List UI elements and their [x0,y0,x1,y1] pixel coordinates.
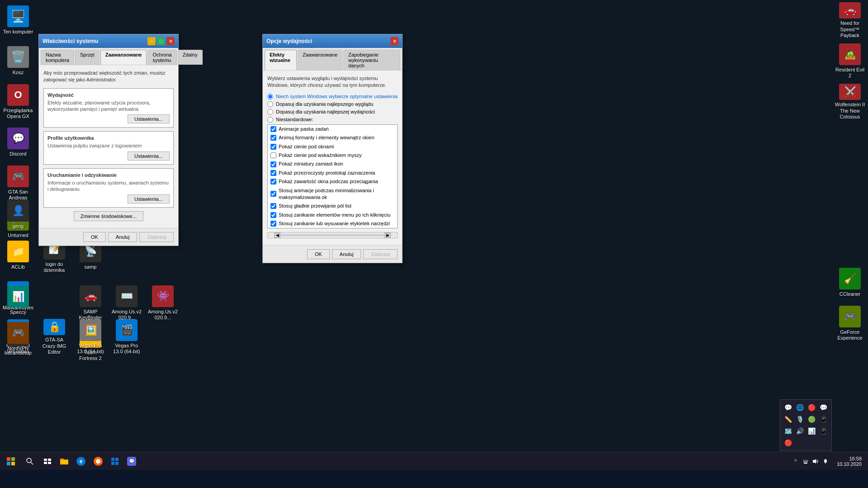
scroll-right[interactable]: ▶ [384,232,391,238]
btn-apply-perf[interactable]: Zastosuj [363,249,398,259]
checkbox-9[interactable] [270,212,276,218]
start-button[interactable] [0,452,22,470]
taskbar-item-store[interactable] [107,453,123,469]
btn-ok-system-props[interactable]: OK [83,232,106,242]
radio-best-perf[interactable]: Dopasuj dla uzyskania najlepszej wydajno… [267,109,398,115]
perf-option-10[interactable]: Stosuj zanikanie lub wysuwanie etykietek… [268,219,397,228]
perf-option-2[interactable]: Pokaż cienie pod oknami [268,142,397,151]
radio-custom[interactable]: Niestandardowe: [267,117,398,123]
perf-option-4[interactable]: Pokaż miniatury zamiast ikon [268,160,397,168]
systray-notification-icon[interactable] [821,457,830,465]
checkbox-6[interactable] [270,179,276,185]
window-titlebar-perf[interactable]: Opcje wydajności ✕ [263,34,402,48]
window-titlebar-system-props[interactable]: Właściwości systemu ─ □ ✕ [39,34,178,48]
taskbar-search-button[interactable] [22,453,38,469]
btn-settings-profile[interactable]: Ustawienia... [128,152,170,161]
btn-cancel-perf[interactable]: Anuluj [332,249,361,259]
systray-popup-icon-10[interactable]: 📊 [807,426,817,436]
taskbar-item-discord[interactable]: 💬 [123,453,140,469]
tab-zaawansowane-perf[interactable]: Zaawansowane [298,50,342,70]
systray-popup-icon-8[interactable]: 🗺️ [783,426,793,436]
perf-option-9[interactable]: Stosuj zanikanie elementów menu po ich k… [268,211,397,219]
desktop-icon-discord[interactable]: 💬 Discord [0,122,36,163]
systray-volume-icon[interactable] [811,457,820,465]
tab-sprzet[interactable]: Sprzęt [75,50,100,65]
checkbox-0[interactable] [270,126,276,132]
scroll-left[interactable]: ◀ [274,232,280,238]
perf-option-3[interactable]: Pokaż cienie pod wskaźnikiem myszy [268,151,397,160]
tab-efekty-wizualne[interactable]: Efekty wizualne [265,50,297,70]
systray-popup-icon-12[interactable]: 🔴 [783,438,793,448]
desktop-icon-kosz[interactable]: 🗑️ Kosz [0,41,36,81]
desktop-icon-vegas[interactable]: 🎬 Vegas Pro 13.0 (64-bit) [109,317,145,357]
systray-network-icon[interactable] [802,457,810,465]
radio-best-appearance-input[interactable] [267,101,273,107]
taskbar-item-file-explorer[interactable] [57,453,72,469]
checkbox-3[interactable] [270,152,276,158]
desktop-icon-nfs[interactable]: 🚗 Need for Speed™ Payback [832,0,868,41]
desktop-icon-geforce[interactable]: 🎮 GeForce Experience [832,303,868,344]
systray-popup-icon-1[interactable]: 🌐 [795,403,805,412]
checkbox-10[interactable] [270,221,276,227]
checkbox-5[interactable] [270,170,276,176]
systray-chevron[interactable]: ^ [792,457,800,465]
btn-env[interactable]: Zmienne środowiskowe... [74,211,143,221]
systray-popup-icon-5[interactable]: 🎙️ [795,414,805,424]
systray-popup-icon-3[interactable]: 💬 [819,403,829,412]
btn-cancel-system-props[interactable]: Anuluj [108,232,138,242]
systray-popup-icon-2[interactable]: 🔴 [807,403,817,412]
close-button[interactable]: ✕ [166,37,175,45]
taskbar-item-taskview[interactable] [40,453,56,469]
radio-windows-choose-input[interactable] [267,94,273,99]
systray-popup-icon-9[interactable]: 🔊 [795,426,805,436]
tab-zapobieganie[interactable]: Zapobieganie wykonywaniu danych [343,50,400,70]
btn-apply-system-props[interactable]: Zastosuj [139,232,174,242]
desktop-icon-ten-komputer[interactable]: 🖥️ Ten komputer [0,0,36,41]
desktop-icon-aclib[interactable]: 📁 ACLib [0,235,36,276]
radio-best-perf-input[interactable] [267,109,273,115]
desktop-icon-geng[interactable]: 👤 geng [0,194,36,235]
perf-option-1[interactable]: Animuj formanty i elementy wewnątrz okie… [268,133,397,142]
minimize-button[interactable]: ─ [147,37,156,45]
show-desktop-button[interactable] [865,452,868,470]
horizontal-scrollbar[interactable]: ◀ ▶ [267,232,398,238]
radio-custom-input[interactable] [267,117,273,123]
checkbox-8[interactable] [270,203,276,209]
btn-settings-wydajnosc[interactable]: Ustawienia... [128,114,170,123]
tab-zdalny[interactable]: Zdalny [178,50,203,65]
desktop-icon-opera[interactable]: O Przeglądarka Opera GX [0,81,36,122]
desktop-icon-wolf[interactable]: ⚔️ Wolfenstein II The New Colossus [832,81,868,122]
radio-best-appearance[interactable]: Dopasuj dla uzyskania najlepszego wygląd… [267,101,398,107]
systray-popup-icon-0[interactable]: 💬 [783,403,793,412]
tab-ochrona[interactable]: Ochrona systemu [147,50,176,65]
btn-settings-uruchamianie[interactable]: Ustawienia... [128,194,170,204]
systray-popup-icon-7[interactable]: 📱 [819,414,829,424]
radio-windows-choose[interactable]: Niech system Windows wybierze optymalne … [267,94,398,99]
perf-option-6[interactable]: Pokaż zawartość okna podczas przeciągani… [268,177,397,186]
checkbox-2[interactable] [270,144,276,150]
taskbar-item-cortana[interactable] [90,453,106,469]
perf-option-5[interactable]: Pokaż przezroczysty prostokąt zaznaczeni… [268,169,397,177]
systray-popup-icon-11[interactable]: 📱 [819,426,829,436]
close-button-perf[interactable]: ✕ [390,37,398,45]
checkbox-7[interactable] [270,191,276,197]
desktop-icon-img-editor[interactable]: 🖼️ Vegas Pro 13.0 (64-bit) [72,317,109,357]
taskbar-item-edge[interactable]: e [73,453,89,469]
perf-option-0[interactable]: Animacje paska zadań [268,125,397,133]
desktop-icon-speccy[interactable]: 📊 Speccy [0,280,36,321]
checkbox-1[interactable] [270,135,276,141]
checkbox-4[interactable] [270,161,276,167]
maximize-button[interactable]: □ [157,37,165,45]
desktop-icon-tf2[interactable]: 🎮 NordVPN [0,317,36,357]
btn-ok-perf[interactable]: OK [307,249,330,259]
perf-option-7[interactable]: Stosuj animacje podczas minimalizowania … [268,186,397,202]
desktop-icon-ccleaner[interactable]: 🧹 CCleaner [832,262,868,303]
tab-nazwa-komputera[interactable]: Nazwa komputera [41,50,74,65]
tab-zaawansowane[interactable]: Zaawansowane [100,50,147,65]
perf-option-8[interactable]: Stosuj gładkie przewijanie pól list [268,202,397,210]
systray-popup-icon-6[interactable]: 🟢 [807,414,817,424]
desktop-icon-nordvpn[interactable]: 🔒 GTA-SA Crazy IMG Editor [36,317,72,357]
time-display[interactable]: 16:58 10.10.2020 [833,456,865,467]
desktop-icon-re2[interactable]: 🧟 Resident Evil 2 [832,41,868,81]
systray-popup-icon-4[interactable]: ✏️ [783,414,793,424]
